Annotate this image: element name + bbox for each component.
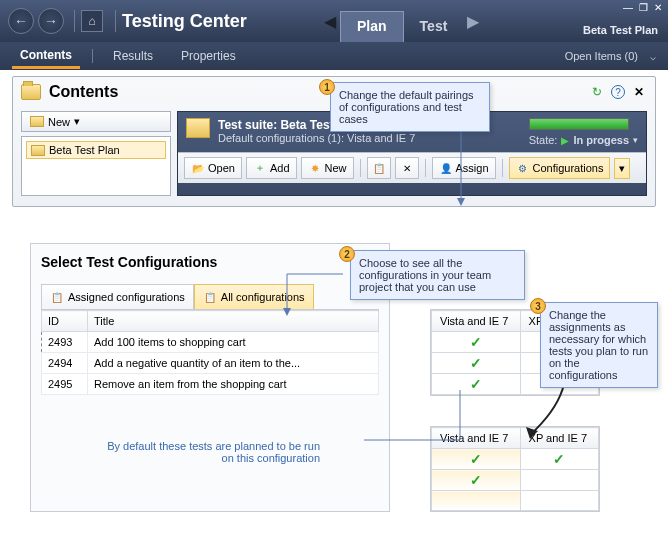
col-vista: Vista and IE 7 xyxy=(432,428,521,449)
tab-all-configurations[interactable]: 📋 All configurations xyxy=(194,284,314,309)
progress-bar xyxy=(529,118,629,130)
check-icon: ✓ xyxy=(470,451,482,467)
copy-icon: 📋 xyxy=(372,161,386,175)
delete-icon: ✕ xyxy=(400,161,414,175)
gear-icon: ⚙ xyxy=(516,161,530,175)
check-icon: ✓ xyxy=(470,472,482,488)
annotation-badge-1: 1 xyxy=(319,79,335,95)
back-button[interactable]: ← xyxy=(8,8,34,34)
suite-toolbar: 📂Open ＋Add ✸New 📋 ✕ 👤Assign ⚙Configurati… xyxy=(178,152,646,183)
open-button[interactable]: 📂Open xyxy=(184,157,242,179)
list-icon: 📋 xyxy=(203,290,217,304)
tab-left-arrow-icon[interactable]: ◀ xyxy=(320,12,340,31)
table-row[interactable]: 2494Add a negative quantity of an item t… xyxy=(42,353,379,374)
refresh-icon[interactable]: ↻ xyxy=(589,84,605,100)
app-title: Testing Center xyxy=(122,11,247,32)
new-label: New xyxy=(48,116,70,128)
configurations-button[interactable]: ⚙Configurations xyxy=(509,157,611,179)
tab-plan[interactable]: Plan xyxy=(340,11,404,42)
suite-folder-icon xyxy=(186,118,210,138)
play-icon: ▶ xyxy=(561,135,569,146)
new-button[interactable]: ✸New xyxy=(301,157,354,179)
col-id[interactable]: ID xyxy=(42,311,88,332)
close-window-button[interactable]: ✕ xyxy=(654,2,662,13)
check-icon: ✓ xyxy=(470,334,482,350)
table-row[interactable]: 2493Add 100 items to shopping cart xyxy=(42,332,379,353)
folder-icon xyxy=(30,116,44,127)
list-icon: 📋 xyxy=(50,290,64,304)
subtab-contents[interactable]: Contents xyxy=(12,44,80,69)
tree-item-beta-test-plan[interactable]: Beta Test Plan xyxy=(26,141,166,159)
tests-table: ID Title 2493Add 100 items to shopping c… xyxy=(41,310,379,395)
person-icon: 👤 xyxy=(439,161,453,175)
folder-icon xyxy=(21,84,41,100)
plan-name-label: Beta Test Plan xyxy=(583,24,658,36)
col-title[interactable]: Title xyxy=(88,311,379,332)
new-icon: ✸ xyxy=(308,161,322,175)
tab-test[interactable]: Test xyxy=(404,12,464,42)
open-icon: 📂 xyxy=(191,161,205,175)
footnote-text: By default these tests are planned to be… xyxy=(100,440,360,464)
suite-tree[interactable]: Beta Test Plan xyxy=(21,136,171,196)
check-icon: ✓ xyxy=(553,451,565,467)
annotation-callout-2: Choose to see all the configurations in … xyxy=(350,250,525,300)
chevron-down-icon: ▾ xyxy=(74,115,80,128)
chevron-down-icon[interactable]: ▾ xyxy=(633,135,638,145)
folder-icon xyxy=(31,145,45,156)
add-button[interactable]: ＋Add xyxy=(246,157,297,179)
state-label: State: xyxy=(529,134,558,146)
tab-right-arrow-icon[interactable]: ▶ xyxy=(463,12,483,31)
open-items-chevron-icon[interactable]: ⌵ xyxy=(650,51,656,62)
minimize-button[interactable]: — xyxy=(623,2,633,13)
home-button[interactable]: ⌂ xyxy=(81,10,103,32)
new-dropdown-button[interactable]: New ▾ xyxy=(21,111,171,132)
app-header: ← → ⌂ Testing Center ◀ Plan Test ▶ — ❐ ✕… xyxy=(0,0,668,42)
copy-button[interactable]: 📋 xyxy=(367,157,391,179)
select-configurations-panel: Select Test Configurations 📋 Assigned co… xyxy=(30,243,390,512)
chevron-down-icon: ▾ xyxy=(619,162,625,175)
tab-assigned-configurations[interactable]: 📋 Assigned configurations xyxy=(41,284,194,309)
config-grid-after: Vista and IE 7XP and IE 7 ✓✓ ✓ xyxy=(430,426,600,512)
contents-title: Contents xyxy=(49,83,118,101)
open-items-label[interactable]: Open Items (0) xyxy=(565,50,638,62)
annotation-badge-2: 2 xyxy=(339,246,355,262)
assign-button[interactable]: 👤Assign xyxy=(432,157,496,179)
col-vista: Vista and IE 7 xyxy=(432,311,521,332)
select-panel-title: Select Test Configurations xyxy=(41,254,379,270)
configurations-dropdown[interactable]: ▾ xyxy=(614,158,630,179)
restore-button[interactable]: ❐ xyxy=(639,2,648,13)
annotation-badge-3: 3 xyxy=(530,298,546,314)
table-row[interactable]: 2495Remove an item from the shopping car… xyxy=(42,374,379,395)
close-panel-icon[interactable]: ✕ xyxy=(631,84,647,100)
state-value: In progess xyxy=(573,134,629,146)
subtab-results[interactable]: Results xyxy=(105,45,161,67)
suite-subtitle: Default configurations (1): Vista and IE… xyxy=(218,132,415,144)
check-icon: ✓ xyxy=(470,355,482,371)
forward-button[interactable]: → xyxy=(38,8,64,34)
delete-button[interactable]: ✕ xyxy=(395,157,419,179)
check-icon: ✓ xyxy=(470,376,482,392)
col-xp: XP and IE 7 xyxy=(520,428,598,449)
annotation-callout-3: Change the assignments as necessary for … xyxy=(540,302,658,388)
add-icon: ＋ xyxy=(253,161,267,175)
subtab-bar: Contents Results Properties Open Items (… xyxy=(0,42,668,70)
subtab-properties[interactable]: Properties xyxy=(173,45,244,67)
help-icon[interactable]: ? xyxy=(611,85,625,99)
annotation-callout-1: Change the default pairings of configura… xyxy=(330,82,490,132)
